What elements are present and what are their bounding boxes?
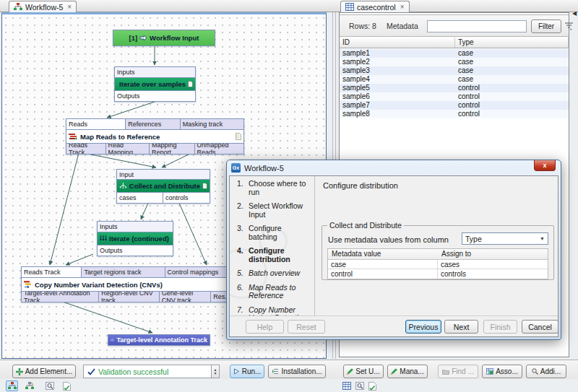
dialog-titlebar[interactable]: Gx Workflow-5 [227,160,561,175]
assignment-row[interactable]: control controls [328,269,548,279]
port-target-annotation-out[interactable]: Target-level Annotation Track [22,291,99,302]
associate-button[interactable]: Asso... [482,365,522,378]
tab-close-icon[interactable]: × [67,3,72,11]
additional-button[interactable]: Addi... [526,365,566,378]
metadata-column-label: Use metadata values from column [328,235,449,244]
node-outputs-port[interactable]: Outputs [98,245,173,256]
validation-spinner[interactable]: ▲ ▼ [212,365,220,378]
doc-icon[interactable] [188,81,193,87]
validation-text: Validation successful [98,367,168,376]
tab-close-icon[interactable]: × [400,3,405,11]
play-icon [233,368,240,375]
port-control-mappings[interactable]: Control mappings [165,267,229,278]
node-output-track[interactable]: Target-level Annotation Track [108,334,210,346]
spinner-down-icon[interactable]: ▼ [214,372,217,375]
node-inputs-port[interactable]: Inputs [98,222,173,232]
port-references[interactable]: References [126,119,180,130]
previous-button[interactable]: Previous [405,320,441,334]
folder-icon [442,369,449,375]
sidepanel-collapse-icon[interactable]: ◀ [572,10,577,17]
help-button[interactable]: Help [246,320,284,334]
table-toolbar: Rows: 8 Metadata Filter [340,14,569,37]
magnifier-icon [532,368,538,375]
port-reads-track[interactable]: Reads Track [66,143,106,154]
port-input[interactable]: Input [117,170,210,180]
col-header-id[interactable]: ID [340,38,455,48]
port-read-mapping[interactable]: Read Mapping [106,143,150,154]
workflow-view-icon[interactable] [6,380,18,391]
cancel-button[interactable]: Cancel [522,320,558,334]
reset-button[interactable]: Reset [288,320,325,334]
doc-icon[interactable] [236,133,241,140]
table-row[interactable]: sample7control [340,101,569,110]
doc-icon[interactable] [202,183,207,189]
col-metadata-value: Metadata value [328,249,438,259]
port-mapping-report[interactable]: Mapping Report [150,143,194,154]
tab-casecontrol[interactable]: casecontrol × [340,1,410,12]
port-unmapped-reads[interactable]: Unmapped Reads [195,143,243,154]
workflow-edit-icon[interactable] [23,380,35,391]
manage-button[interactable]: Mana... [387,365,428,378]
node-index: [1] [129,34,137,42]
installation-icon [272,368,279,375]
port-controls[interactable]: controls [163,192,210,203]
wizard-step-5: 5.Batch overview [230,266,314,280]
node-outputs-port[interactable]: Outputs [115,90,195,101]
node-iterate-over-samples[interactable]: Inputs Iterate over samples Outputs [114,66,196,102]
dialog-close-button[interactable]: x [534,160,556,171]
wizard-buttons: Help Reset Previous Next Finish Cancel [230,315,558,336]
col-header-type[interactable]: Type [455,38,569,48]
table-row[interactable]: sample5control [340,84,569,92]
preview-icon[interactable] [43,380,56,391]
node-inputs-port[interactable]: Inputs [115,67,195,78]
input-arrow-icon [139,35,147,41]
table-row[interactable]: sample3case [340,66,569,75]
node-map-reads[interactable]: Reads References Masking track Map Reads… [66,118,244,154]
port-reads-track-in[interactable]: Reads Track [22,267,82,278]
table-body: sample1case sample2case sample3case samp… [340,49,569,118]
status-bar: − + 1:1 [0,379,578,392]
port-gene-cnv-out[interactable]: Gene-level CNV track [160,291,212,302]
set-up-button[interactable]: Set U... [343,365,384,378]
table-row[interactable]: sample8control [340,110,569,118]
node-collect-distribute[interactable]: Input Collect and Distribute cases contr… [116,169,210,204]
table-row[interactable]: sample4case [340,75,569,84]
filter-button[interactable]: Filter [531,19,561,33]
node-workflow-input[interactable]: [1] Workflow Input [113,30,215,46]
run-button[interactable]: Run... [230,365,264,378]
port-reads[interactable]: Reads [66,119,126,130]
port-masking-track[interactable]: Masking track [181,119,243,130]
tab-workflow-5[interactable]: Workflow-5 × [9,1,77,12]
node-iterate-continued[interactable]: Inputs Iterate (continued) Outputs [97,221,173,256]
report-icon[interactable] [366,380,379,391]
group-legend: Collect and Distribute [327,221,404,230]
column-dropdown[interactable]: Type ▼ [462,232,548,245]
port-region-cnv-out[interactable]: Region-level CNV track [99,291,159,302]
preview-icon[interactable] [353,380,366,391]
installation-button[interactable]: Installation... [268,365,326,378]
left-tabstrip: Workflow-5 × [0,0,337,12]
port-cases[interactable]: cases [117,192,163,203]
dropdown-value: Type [465,235,482,243]
port-target-regions[interactable]: Target regions track [82,267,165,278]
metadata-label: Metadata [387,22,418,30]
node-title: Copy Number Variant Detection (CNVs) [35,281,163,289]
node-cnv-detection[interactable]: Reads Track Target regions track Control… [21,266,230,302]
app-logo-icon: Gx [231,163,241,173]
assignment-row[interactable]: case cases [328,260,548,269]
finish-button[interactable]: Finish [483,320,517,334]
filter-input[interactable] [427,20,527,32]
add-element-button[interactable]: Add Element... [12,365,76,378]
table-row[interactable]: sample6control [340,92,569,101]
associate-table-icon [486,368,493,375]
wizard-step-3: 3.Configure batching [230,221,314,243]
table-row[interactable]: sample2case [340,58,569,66]
validation-report-icon[interactable] [61,380,73,391]
table-row[interactable]: sample1case [340,49,569,58]
node-title: Iterate (continued) [109,235,169,243]
funnel-menu-icon[interactable] [564,22,574,30]
find-button[interactable]: Find ... [438,365,478,378]
right-tabstrip: casecontrol × [337,0,578,12]
table-view-icon[interactable] [340,380,353,391]
next-button[interactable]: Next [444,320,478,334]
